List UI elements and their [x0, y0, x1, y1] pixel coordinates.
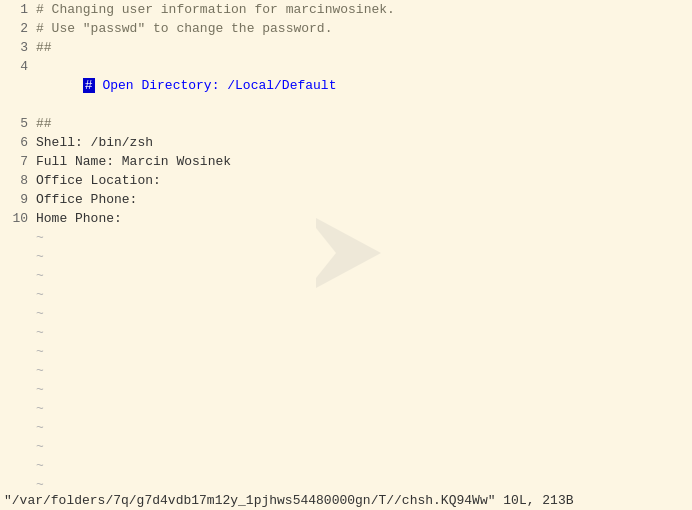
- line-1: 1 # Changing user information for marcin…: [0, 0, 692, 19]
- line-4-after: Open Directory: /Local/Default: [95, 78, 337, 93]
- line-number-8: 8: [4, 171, 28, 190]
- tilde-21: ~: [0, 418, 692, 437]
- tilde-11: ~: [0, 228, 692, 247]
- line-number-5: 5: [4, 114, 28, 133]
- tilde-23: ~: [0, 456, 692, 475]
- line-number-2: 2: [4, 19, 28, 38]
- line-content-2: # Use "passwd" to change the password.: [36, 19, 692, 38]
- line-content-1: # Changing user information for marcinwo…: [36, 0, 692, 19]
- line-number-3: 3: [4, 38, 28, 57]
- line-number-1: 1: [4, 0, 28, 19]
- line-3: 3 ##: [0, 38, 692, 57]
- tilde-12: ~: [0, 247, 692, 266]
- line-content-6: Shell: /bin/zsh: [36, 133, 692, 152]
- line-content-8: Office Location:: [36, 171, 692, 190]
- line-number-9: 9: [4, 190, 28, 209]
- tilde-18: ~: [0, 361, 692, 380]
- line-content-10: Home Phone:: [36, 209, 692, 228]
- line-5: 5 ##: [0, 114, 692, 133]
- line-content-5: ##: [36, 114, 692, 133]
- tilde-20: ~: [0, 399, 692, 418]
- tilde-16: ~: [0, 323, 692, 342]
- tilde-14: ~: [0, 285, 692, 304]
- line-content-7: Full Name: Marcin Wosinek: [36, 152, 692, 171]
- line-4: 4 # Open Directory: /Local/Default: [0, 57, 692, 114]
- tilde-17: ~: [0, 342, 692, 361]
- tilde-13: ~: [0, 266, 692, 285]
- line-number-10: 10: [4, 209, 28, 228]
- line-content-9: Office Phone:: [36, 190, 692, 209]
- line-content-4: # Open Directory: /Local/Default: [36, 57, 692, 114]
- line-10: 10 Home Phone:: [0, 209, 692, 228]
- line-2: 2 # Use "passwd" to change the password.: [0, 19, 692, 38]
- line-8: 8 Office Location:: [0, 171, 692, 190]
- line-7: 7 Full Name: Marcin Wosinek: [0, 152, 692, 171]
- tilde-19: ~: [0, 380, 692, 399]
- line-content-3: ##: [36, 38, 692, 57]
- line-number-7: 7: [4, 152, 28, 171]
- editor: 1 # Changing user information for marcin…: [0, 0, 692, 510]
- status-bar-text: "/var/folders/7q/g7d4vdb17m12y_1pjhws544…: [4, 493, 574, 508]
- line-number-6: 6: [4, 133, 28, 152]
- tilde-22: ~: [0, 437, 692, 456]
- cursor: #: [83, 78, 95, 93]
- status-bar: "/var/folders/7q/g7d4vdb17m12y_1pjhws544…: [0, 491, 692, 510]
- line-6: 6 Shell: /bin/zsh: [0, 133, 692, 152]
- line-9: 9 Office Phone:: [0, 190, 692, 209]
- line-number-4: 4: [4, 57, 28, 76]
- tilde-15: ~: [0, 304, 692, 323]
